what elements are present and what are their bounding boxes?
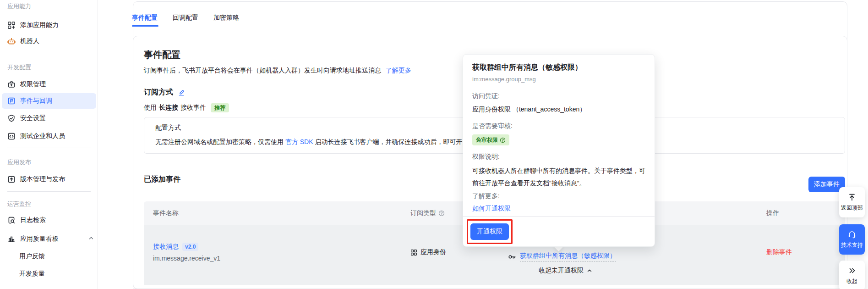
tab-event-config[interactable]: 事件配置 <box>132 14 158 22</box>
tech-support-button[interactable]: 技术支持 <box>839 224 865 255</box>
sidebar-section-ops-monitoring: 运营监控 <box>7 200 31 208</box>
collapse-button[interactable]: 收起 <box>839 261 865 289</box>
active-tab-underline <box>132 25 158 27</box>
sidebar-item-add-capability[interactable]: 添加应用能力 <box>2 18 96 33</box>
sidebar-item-events-callbacks[interactable]: 事件与回调 <box>2 93 96 109</box>
sidebar-divider <box>7 53 91 53</box>
long-connection-label: 长连接 <box>159 104 178 112</box>
collapse-permission-link[interactable]: 收起未开通权限 <box>539 267 593 275</box>
upload-box-icon <box>7 175 16 183</box>
sensitive-permission-link[interactable]: 获取群组中所有消息（敏感权限） <box>520 252 616 261</box>
added-events-title: 已添加事件 <box>144 175 180 184</box>
event-name-cell: 接收消息 v2.0 <box>153 243 198 251</box>
sidebar-item-label: 日志检索 <box>20 216 46 224</box>
permission-link-row: 获取群组中所有消息（敏感权限） <box>508 252 616 261</box>
shield-check-icon <box>7 114 16 122</box>
edit-pencil-icon[interactable] <box>178 89 185 96</box>
event-flag-icon <box>7 97 16 105</box>
sidebar-item-label: 安全设置 <box>20 114 46 122</box>
credential-label: 访问凭证: <box>472 92 645 100</box>
column-header-subscription-type: 订阅类型 <box>410 209 445 217</box>
card-title: 事件配置 <box>144 49 180 61</box>
chevron-up-icon[interactable] <box>88 235 94 241</box>
subscription-type-cell: 应用身份 <box>410 248 446 256</box>
sidebar-item-log-search[interactable]: 日志检索 <box>2 213 96 228</box>
permission-popover: 获取群组中所有消息（敏感权限） im:message.group_msg 访问凭… <box>463 54 655 247</box>
sidebar-divider <box>7 191 91 192</box>
learn-more-link[interactable]: 了解更多 <box>386 67 411 74</box>
subscription-type-label: 应用身份 <box>420 248 446 256</box>
sidebar-item-label: 应用质量看板 <box>20 235 59 243</box>
grid-plus-icon <box>7 21 16 29</box>
review-badge-row: 免审权限 <box>472 134 645 145</box>
app-identity-grid-icon <box>410 249 417 256</box>
sidebar-section-app-release: 应用发布 <box>7 158 31 167</box>
popover-title: 获取群组中所有消息（敏感权限） <box>472 63 645 72</box>
popover-divider <box>463 216 655 217</box>
sidebar-item-test-company[interactable]: 测试企业和人员 <box>2 129 96 144</box>
version-badge: v2.0 <box>182 243 198 251</box>
sidebar-item-bot[interactable]: 机器人 <box>2 34 96 49</box>
float-button-label: 返回顶部 <box>841 204 863 212</box>
float-button-label: 技术支持 <box>841 241 863 249</box>
float-button-label: 收起 <box>846 278 857 285</box>
review-badge: 免审权限 <box>472 134 509 145</box>
sidebar-item-label: 测试企业和人员 <box>20 132 65 140</box>
headset-icon <box>847 230 857 239</box>
how-to-open-permission-link[interactable]: 如何开通权限 <box>472 205 645 213</box>
event-name-link[interactable]: 接收消息 <box>153 243 179 251</box>
permission-desc-label: 权限说明: <box>472 153 645 161</box>
sidebar-divider <box>7 148 91 148</box>
delete-event-action[interactable]: 删除事件 <box>766 248 792 256</box>
back-to-top-icon <box>847 193 857 202</box>
subscribe-method-title: 订阅方式 <box>144 88 173 97</box>
sidebar: 应用能力 添加应用能力 机器人 开发配置 权限管理 事件与回调 安全设置 测试企… <box>0 0 98 289</box>
briefcase-lock-icon <box>7 80 16 89</box>
event-id-text: im.message.receive_v1 <box>153 255 220 262</box>
official-sdk-link[interactable]: 官方 SDK <box>285 138 313 145</box>
sidebar-item-label: 添加应用能力 <box>20 21 59 29</box>
tab-callback-config[interactable]: 回调配置 <box>173 14 198 22</box>
sidebar-item-label: 版本管理与发布 <box>20 175 65 183</box>
sidebar-item-permission-management[interactable]: 权限管理 <box>2 77 96 92</box>
permission-desc-text: 可接收机器人所在群聊中所有的消息事件。关于事件类型，可前往开放平台查看开发文档“… <box>472 165 647 189</box>
help-question-icon[interactable] <box>500 137 506 143</box>
subscribe-method-row: 订阅方式 <box>144 88 185 97</box>
column-header-action: 操作 <box>766 209 779 217</box>
card-description: 订阅事件后，飞书开放平台将会在事件（如机器人入群）发生时向请求地址推送消息 了解… <box>144 67 411 75</box>
double-chevron-right-icon <box>847 266 857 275</box>
sidebar-item-security-settings[interactable]: 安全设置 <box>2 111 96 126</box>
sidebar-item-quality-dashboard[interactable]: 应用质量看板 <box>2 232 96 246</box>
sidebar-section-app-capability: 应用能力 <box>7 2 31 11</box>
back-to-top-button[interactable]: 返回顶部 <box>839 187 865 217</box>
bar-chart-icon <box>7 235 16 243</box>
review-label: 是否需要审核: <box>472 122 645 130</box>
recommend-badge: 推荐 <box>211 103 229 112</box>
key-icon <box>508 253 516 261</box>
more-label: 了解更多: <box>472 192 645 200</box>
robot-icon <box>7 37 16 45</box>
popover-scope-id: im:message.group_msg <box>472 76 645 83</box>
column-header-event-name: 事件名称 <box>153 209 179 217</box>
code-box-icon <box>7 132 16 140</box>
subscribe-current-row: 使用 长连接 接收事件 推荐 <box>144 103 229 112</box>
open-permission-button[interactable]: 开通权限 <box>470 223 509 240</box>
sidebar-item-label: 事件与回调 <box>20 97 52 105</box>
sidebar-item-dev-quality[interactable]: 开发质量 <box>19 270 45 278</box>
sidebar-section-dev-config: 开发配置 <box>7 63 31 72</box>
sidebar-item-label: 机器人 <box>20 37 39 45</box>
sidebar-item-user-feedback[interactable]: 用户反馈 <box>19 252 45 261</box>
log-search-icon <box>7 216 16 224</box>
sidebar-item-version-management[interactable]: 版本管理与发布 <box>2 172 96 187</box>
credential-value: 应用身份权限 （tenant_access_token） <box>472 106 645 114</box>
chevron-up-icon <box>586 267 593 274</box>
tab-encryption-policy[interactable]: 加密策略 <box>213 14 239 22</box>
help-question-icon[interactable] <box>438 210 445 217</box>
sidebar-item-label: 权限管理 <box>20 80 46 89</box>
